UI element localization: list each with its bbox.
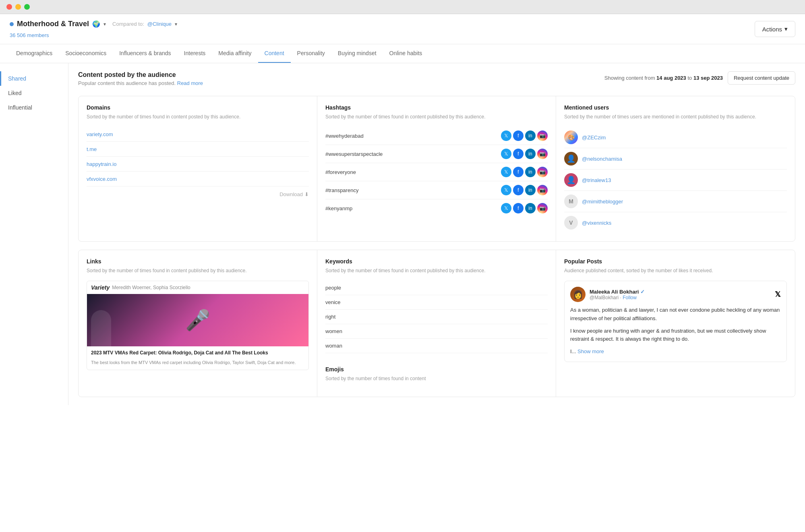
twitter-icon[interactable]: 𝕏 [501, 185, 511, 195]
hashtags-panel: Hashtags Sorted by the number of times f… [317, 96, 556, 241]
domain-link-3[interactable]: vfxvoice.com [87, 176, 117, 182]
mentioned-handle-1[interactable]: @nelsonchamisa [582, 156, 622, 162]
instagram-icon[interactable]: 📷 [537, 149, 548, 159]
download-button[interactable]: Download ⬇ [87, 186, 309, 197]
instagram-icon[interactable]: 📷 [537, 130, 548, 141]
hashtag-0: #wwehyderabad [325, 133, 364, 139]
domain-link-1[interactable]: t.me [87, 146, 97, 152]
request-content-update-button[interactable]: Request content update [728, 71, 795, 85]
x-twitter-logo: 𝕏 [775, 290, 781, 299]
traffic-light-green[interactable] [24, 4, 30, 10]
tab-media-affinity[interactable]: Media affinity [212, 44, 258, 63]
facebook-icon[interactable]: f [513, 203, 524, 213]
linkedin-icon[interactable]: in [525, 130, 536, 141]
link-card-title[interactable]: 2023 MTV VMAs Red Carpet: Olivia Rodrigo… [87, 346, 308, 360]
avatar-vixen: V [564, 216, 578, 230]
compared-to-label: Compared to: [112, 21, 144, 27]
keywords-panel: Keywords Sorted by the number of times f… [317, 250, 556, 397]
social-icons: 𝕏 f in 📷 [501, 149, 548, 159]
twitter-icon[interactable]: 𝕏 [501, 149, 511, 159]
verified-badge: ✓ [640, 289, 645, 295]
facebook-icon[interactable]: f [513, 185, 524, 195]
post-text-1: As a woman, politician & and lawyer, I c… [570, 306, 781, 323]
facebook-icon[interactable]: f [513, 167, 524, 177]
date-range: Showing content from 14 aug 2023 to 13 s… [604, 75, 723, 81]
links-panel: Links Sorted by the number of times foun… [79, 250, 317, 397]
content-header-right: Showing content from 14 aug 2023 to 13 s… [604, 71, 795, 85]
hashtag-row: #foreveryone 𝕏 f in 📷 [325, 163, 548, 181]
post-header: 👩 Maleeka Ali Bokhari ✓ @MalBokhari · [570, 287, 781, 302]
show-more-link[interactable]: Show more [577, 348, 604, 354]
mentioned-handle-4[interactable]: @vixennicks [582, 220, 611, 226]
facebook-icon[interactable]: f [513, 149, 524, 159]
tab-buying-mindset[interactable]: Buying mindset [331, 44, 383, 63]
title-dropdown-arrow[interactable]: ▾ [103, 21, 106, 27]
keyword-item-3: women [325, 324, 548, 339]
hashtag-3: #transparency [325, 187, 358, 193]
sidebar: Shared Liked Influential [0, 63, 68, 405]
emojis-desc: Sorted by the number of times found in c… [325, 375, 548, 382]
globe-icon: 🌍 [92, 20, 100, 28]
instagram-icon[interactable]: 📷 [537, 185, 548, 195]
content-header-left: Content posted by the audience Popular c… [78, 71, 203, 86]
link-card: Variety Meredith Woerner, Sophia Scorzie… [87, 281, 309, 370]
twitter-icon[interactable]: 𝕏 [501, 130, 511, 141]
taylor-image: 🎤 [185, 308, 210, 332]
actions-button[interactable]: Actions ▾ [755, 21, 795, 37]
sidebar-item-liked[interactable]: Liked [0, 86, 68, 100]
tab-online-habits[interactable]: Online habits [383, 44, 429, 63]
domain-link-2[interactable]: happytrain.io [87, 161, 116, 167]
twitter-icon[interactable]: 𝕏 [501, 203, 511, 213]
read-more-link[interactable]: Read more [177, 80, 203, 86]
linkedin-icon[interactable]: in [525, 203, 536, 213]
tab-personality[interactable]: Personality [291, 44, 331, 63]
compared-to-dropdown[interactable]: ▾ [175, 21, 177, 27]
linkedin-icon[interactable]: in [525, 167, 536, 177]
mentioned-handle-2[interactable]: @trinalew13 [582, 177, 611, 183]
content-header: Content posted by the audience Popular c… [78, 71, 795, 86]
tab-interests[interactable]: Interests [178, 44, 212, 63]
popular-posts-title: Popular Posts [564, 258, 787, 265]
bottom-grid: Links Sorted by the number of times foun… [78, 250, 795, 397]
audience-dot [10, 22, 14, 26]
tab-socioeconomics[interactable]: Socioeconomics [59, 44, 113, 63]
mentioned-handle-0[interactable]: @ZECzim [582, 135, 606, 141]
links-title: Links [87, 258, 309, 265]
tab-influencers-brands[interactable]: Influencers & brands [113, 44, 177, 63]
keyword-item-4: woman [325, 339, 548, 353]
facebook-icon[interactable]: f [513, 130, 524, 141]
domains-panel: Domains Sorted by the number of times fo… [79, 96, 317, 241]
sidebar-item-influential[interactable]: Influential [0, 100, 68, 115]
social-icons: 𝕏 f in 📷 [501, 185, 548, 195]
domain-link-0[interactable]: variety.com [87, 131, 113, 137]
compared-to-handle[interactable]: @Clinique [147, 21, 172, 27]
traffic-light-red[interactable] [6, 4, 12, 10]
top-bar-left: Motherhood & Travel 🌍 ▾ Compared to: @Cl… [10, 20, 177, 38]
follow-button[interactable]: Follow [623, 295, 637, 300]
twitter-icon[interactable]: 𝕏 [501, 167, 511, 177]
main-content: Shared Liked Influential Content posted … [0, 63, 805, 405]
traffic-light-yellow[interactable] [15, 4, 21, 10]
members-count: 36 506 members [10, 32, 49, 38]
instagram-icon[interactable]: 📷 [537, 167, 548, 177]
actions-arrow-icon: ▾ [784, 25, 788, 33]
keywords-title: Keywords [325, 258, 548, 265]
instagram-icon[interactable]: 📷 [537, 203, 548, 213]
mentioned-user-row: 👤 @nelsonchamisa [564, 148, 787, 170]
mentioned-handle-3[interactable]: @mimitheblogger [582, 199, 623, 205]
top-bar: Motherhood & Travel 🌍 ▾ Compared to: @Cl… [0, 14, 805, 44]
page-title: Motherhood & Travel [17, 20, 89, 28]
linkedin-icon[interactable]: in [525, 185, 536, 195]
tab-demographics[interactable]: Demographics [10, 44, 59, 63]
tab-content[interactable]: Content [258, 44, 291, 63]
avatar-nelson: 👤 [564, 152, 578, 166]
section-title: Content posted by the audience [78, 71, 203, 79]
domain-item: vfxvoice.com [87, 172, 309, 186]
post-text: As a woman, politician & and lawyer, I c… [570, 306, 781, 356]
hashtag-row: #transparency 𝕏 f in 📷 [325, 181, 548, 199]
hashtag-row: #wwehyderabad 𝕏 f in 📷 [325, 127, 548, 145]
linkedin-icon[interactable]: in [525, 149, 536, 159]
sidebar-item-shared[interactable]: Shared [0, 71, 68, 86]
hashtag-1: #wwesuperstarspectacle [325, 151, 383, 157]
domains-desc: Sorted by the number of times found in c… [87, 113, 309, 120]
